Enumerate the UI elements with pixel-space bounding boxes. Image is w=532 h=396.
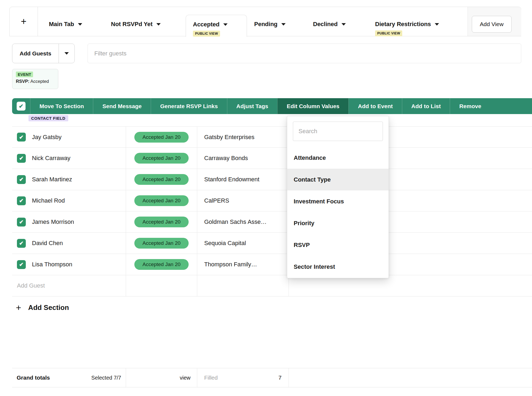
row-checkbox[interactable]	[17, 239, 26, 248]
public-view-badge: PUBLIC VIEW	[193, 31, 220, 37]
grand-totals-label: Grand totals	[17, 374, 50, 381]
chevron-down-icon	[64, 52, 69, 55]
rsvp-status-pill[interactable]: Accepted Jan 20	[134, 238, 189, 249]
chevron-down-icon	[156, 23, 161, 26]
chevron-down-icon	[223, 23, 228, 26]
company-cell[interactable]: Thompson Family…	[197, 254, 289, 275]
add-guests-button[interactable]: Add Guests	[12, 44, 59, 63]
table-row: Sarah Martinez Accepted Jan 20 Stanford …	[12, 169, 532, 190]
row-checkbox[interactable]	[17, 260, 26, 269]
chevron-down-icon	[78, 23, 82, 26]
guest-table: Jay Gatsby Accepted Jan 20 Gatsby Enterp…	[12, 126, 532, 296]
rsvp-status-pill[interactable]: Accepted Jan 20	[134, 195, 189, 206]
plus-icon: +	[21, 16, 26, 27]
row-checkbox[interactable]	[17, 133, 26, 142]
tab-label: Not RSVPd Yet	[111, 20, 153, 28]
add-section-button[interactable]: + Add Section	[16, 298, 69, 317]
filled-label: Filled	[204, 374, 218, 381]
bulk-action-toolbar: Move To Section Send Message Generate RS…	[12, 98, 532, 114]
add-to-list-button[interactable]: Add to List	[402, 98, 450, 114]
menu-item-priority[interactable]: Priority	[287, 212, 389, 234]
menu-item-contact-type[interactable]: Contact Type	[287, 169, 389, 190]
row-checkbox[interactable]	[17, 218, 26, 227]
menu-item-sector-interest[interactable]: Sector Interest	[287, 256, 389, 278]
tab-label: Pending	[254, 20, 278, 28]
company-cell[interactable]: Sequoia Capital	[197, 233, 289, 254]
tab-main-tab[interactable]: Main Tab	[49, 20, 82, 28]
add-section-label: Add Section	[28, 303, 69, 312]
filter-chip-rsvp-accepted[interactable]: EVENT RSVP: Accepted	[12, 69, 58, 89]
table-row: David Chen Accepted Jan 20 Sequoia Capit…	[12, 233, 532, 254]
edit-column-values-menu: Attendance Contact Type Investment Focus…	[287, 116, 389, 278]
rsvp-status-pill[interactable]: Accepted Jan 20	[134, 174, 189, 185]
company-cell[interactable]: Goldman Sachs Asse…	[197, 211, 289, 232]
tab-declined[interactable]: Declined	[313, 20, 346, 28]
rsvp-status-pill[interactable]: Accepted Jan 20	[134, 259, 189, 270]
row-checkbox[interactable]	[17, 154, 26, 163]
filter-value: Accepted	[29, 79, 49, 84]
filled-value: 7	[278, 374, 282, 381]
guest-name[interactable]: David Chen	[32, 240, 63, 247]
guest-name[interactable]: Jay Gatsby	[32, 134, 62, 141]
tab-not-rsvpd-yet[interactable]: Not RSVPd Yet	[111, 20, 161, 28]
table-row: James Morrison Accepted Jan 20 Goldman S…	[12, 211, 532, 233]
add-view-button[interactable]: Add View	[472, 16, 512, 33]
chevron-down-icon	[342, 23, 346, 26]
menu-item-rsvp[interactable]: RSVP	[287, 234, 389, 256]
edit-column-values-button[interactable]: Edit Column Values	[277, 98, 348, 114]
add-guest-row	[12, 275, 532, 296]
send-message-button[interactable]: Send Message	[93, 98, 151, 114]
chevron-down-icon	[281, 23, 286, 26]
add-guests-split-button: Add Guests	[12, 44, 75, 63]
add-guest-input[interactable]	[17, 282, 98, 289]
selected-count: Selected 7/7	[91, 375, 121, 381]
filter-guests-input[interactable]	[88, 44, 521, 63]
row-checkbox[interactable]	[17, 175, 26, 184]
adjust-tags-button[interactable]: Adjust Tags	[227, 98, 278, 114]
public-view-badge: PUBLIC VIEW	[375, 30, 402, 36]
column-search-input[interactable]	[293, 122, 383, 141]
tab-label: Declined	[313, 20, 338, 28]
tab-dietary-restrictions[interactable]: Dietary Restrictions PUBLIC VIEW	[375, 20, 439, 36]
company-cell[interactable]: Stanford Endowment	[197, 169, 289, 190]
menu-item-investment-focus[interactable]: Investment Focus	[287, 190, 389, 212]
view-label[interactable]: view	[180, 375, 190, 381]
rsvp-status-pill[interactable]: Accepted Jan 20	[134, 153, 189, 164]
guest-name[interactable]: James Morrison	[32, 218, 74, 225]
generate-rsvp-links-button[interactable]: Generate RSVP Links	[151, 98, 227, 114]
company-cell[interactable]: CalPERS	[197, 190, 289, 211]
tab-label: Main Tab	[49, 20, 74, 28]
table-row: Nick Carraway Accepted Jan 20 Carraway B…	[12, 148, 532, 169]
tab-accepted[interactable]: Accepted PUBLIC VIEW	[186, 15, 247, 37]
menu-item-attendance[interactable]: Attendance	[287, 147, 389, 169]
grand-totals-bar: Grand totals Selected 7/7 view Filled 7	[12, 368, 532, 387]
filter-field-label: RSVP:	[16, 79, 29, 84]
add-guests-dropdown-toggle[interactable]	[59, 44, 74, 63]
plus-icon: +	[16, 303, 21, 312]
select-all-checkbox[interactable]	[17, 102, 26, 111]
move-to-section-button[interactable]: Move To Section	[30, 98, 93, 114]
remove-button[interactable]: Remove	[450, 98, 490, 114]
guest-name[interactable]: Michael Rod	[32, 197, 65, 204]
tab-label: Dietary Restrictions	[375, 20, 431, 28]
row-checkbox[interactable]	[17, 196, 26, 205]
add-to-event-button[interactable]: Add to Event	[348, 98, 402, 114]
guest-name[interactable]: Lisa Thompson	[32, 261, 72, 268]
rsvp-status-pill[interactable]: Accepted Jan 20	[134, 132, 189, 143]
event-tag: EVENT	[16, 72, 33, 77]
rsvp-status-pill[interactable]: Accepted Jan 20	[134, 217, 189, 227]
table-row: Jay Gatsby Accepted Jan 20 Gatsby Enterp…	[12, 126, 532, 148]
company-cell[interactable]: Gatsby Enterprises	[197, 127, 289, 147]
guest-name[interactable]: Nick Carraway	[32, 155, 70, 162]
chevron-down-icon	[435, 23, 439, 26]
tab-label: Accepted	[193, 21, 220, 28]
table-row: Michael Rod Accepted Jan 20 CalPERS	[12, 190, 532, 211]
table-row: Lisa Thompson Accepted Jan 20 Thompson F…	[12, 254, 532, 275]
guest-name[interactable]: Sarah Martinez	[32, 176, 72, 183]
add-view-zone: Add View	[468, 7, 521, 36]
company-cell[interactable]: Carraway Bonds	[197, 148, 289, 169]
view-tab-bar: + Main Tab Not RSVPd Yet Accepted PUBLIC…	[9, 7, 521, 36]
tab-pending[interactable]: Pending	[254, 20, 286, 28]
contact-field-column-tag: CONTACT FIELD	[28, 115, 68, 121]
new-view-tab-button[interactable]: +	[10, 7, 38, 36]
